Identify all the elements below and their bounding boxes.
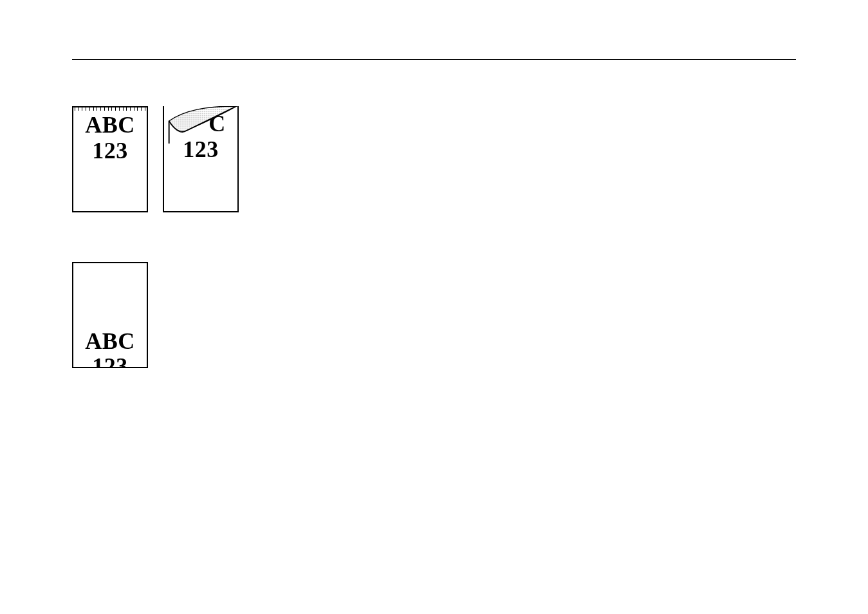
diagram1-line2: 123 xyxy=(73,138,147,164)
diagram-notepad-shifted: ABC 123 xyxy=(72,262,148,368)
diagram3-line2: 123 xyxy=(73,354,147,368)
horizontal-rule xyxy=(72,59,796,60)
perforation-icon xyxy=(73,107,147,111)
page: ABC 123 ABC 123 xyxy=(0,0,868,614)
diagram-notepad-full: ABC 123 xyxy=(72,106,148,212)
page-fold-icon xyxy=(163,106,239,144)
diagram1-line1: ABC xyxy=(73,113,147,138)
diagram3-text: ABC 123 xyxy=(73,329,147,368)
diagram-notepad-peeled: ABC 123 xyxy=(163,106,239,212)
diagram3-line1: ABC xyxy=(73,329,147,355)
diagram1-text: ABC 123 xyxy=(73,113,147,163)
